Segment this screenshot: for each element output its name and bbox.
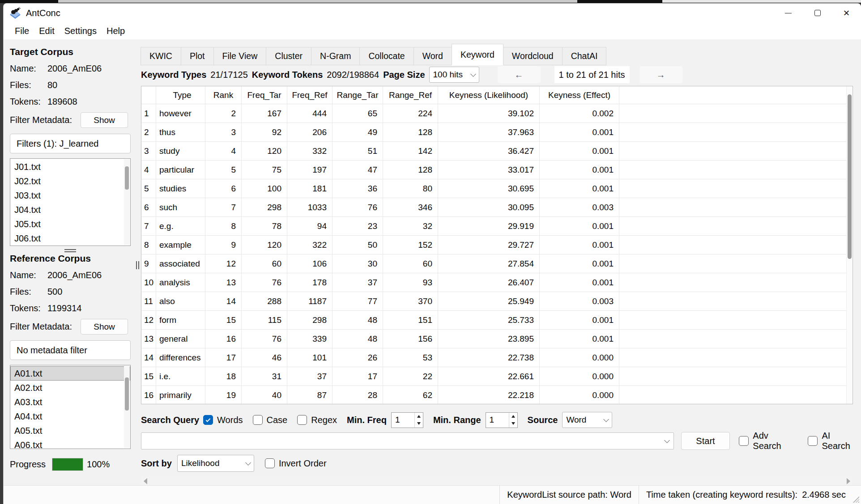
menu-item[interactable]: Help [102,24,130,38]
column-header[interactable]: Keyness (Likelihood) [438,86,540,104]
column-header[interactable]: Keyness (Effect) [540,86,619,104]
reference-show-metadata-button[interactable]: Show [81,319,128,335]
search-query-label: Search Query [141,415,199,425]
list-item[interactable]: A04.txt [10,409,130,424]
table-row[interactable]: 12 form 15 115 298 48 151 25.733 0.001 [141,311,852,330]
list-item[interactable]: A01.txt [10,366,130,381]
tab[interactable]: N-Gram [311,47,360,65]
previous-page-button[interactable]: ← [498,66,541,83]
target-filter-summary[interactable]: Filters (1): J_learned [10,134,131,153]
tab[interactable]: Wordcloud [503,47,563,65]
scroll-left-icon[interactable] [144,478,147,484]
spin-up-icon[interactable] [415,413,423,420]
min-range-label: Min. Range [433,415,481,425]
tab[interactable]: Collocate [359,47,413,65]
vertical-splitter-handle[interactable] [136,261,139,269]
spin-up-icon[interactable] [509,413,517,420]
maximize-button[interactable] [803,4,832,22]
tab[interactable]: Cluster [266,47,311,65]
tool-tabs: KWICPlotFile ViewClusterN-GramCollocateW… [141,44,861,65]
tab[interactable]: KWIC [141,47,181,65]
list-item[interactable]: J06.txt [10,231,130,246]
scroll-right-icon[interactable] [847,478,850,484]
target-show-metadata-button[interactable]: Show [81,112,128,128]
reference-files-value: 500 [47,287,62,297]
table-row[interactable]: 6 such 7 298 1033 76 346 30.095 0.003 [141,198,852,217]
resize-grip[interactable] [852,496,859,503]
table-row[interactable]: 11 also 14 288 1187 77 370 25.949 0.003 [141,292,852,311]
tab[interactable]: Plot [181,47,214,65]
table-row[interactable]: 4 particular 5 75 197 47 128 33.017 0.00… [141,161,852,179]
list-item[interactable]: J02.txt [10,174,130,188]
invert-order-label: Invert Order [279,458,327,469]
column-header[interactable]: Range_Ref [383,86,438,104]
table-row[interactable]: 1 however 2 167 444 65 224 39.102 0.002 [141,104,852,123]
target-name-value: 2006_AmE06 [47,64,102,74]
target-file-list-scrollbar[interactable] [124,159,130,245]
spin-down-icon[interactable] [415,420,423,428]
list-item[interactable]: A02.txt [10,381,130,395]
table-row[interactable]: 15 i.e. 18 31 37 17 22 22.661 0.000 [141,367,852,386]
reference-tokens-value: 1199314 [47,303,81,313]
tab[interactable]: ChatAI [562,47,607,65]
list-item[interactable]: A05.txt [10,424,130,438]
source-select[interactable]: Word [562,412,612,428]
list-item[interactable]: J01.txt [10,160,130,174]
sort-by-select[interactable]: Likelihood [177,455,254,472]
scrollbar-thumb[interactable] [848,94,852,259]
menu-item[interactable]: Settings [60,24,102,38]
case-checkbox[interactable] [253,415,263,425]
table-row[interactable]: 3 study 4 120 332 51 142 36.427 0.001 [141,142,852,161]
next-page-button[interactable]: → [639,66,682,83]
content-area: Target Corpus Name:2006_AmE06 Files:80 T… [4,39,861,485]
tab[interactable]: Word [413,47,452,65]
maximize-icon [814,10,821,16]
column-header[interactable]: Freq_Ref [287,86,332,104]
reference-file-list-scrollbar[interactable] [124,366,130,448]
close-button[interactable]: × [832,4,861,22]
table-row[interactable]: 13 general 16 76 339 48 156 23.895 0.001 [141,330,852,348]
table-row[interactable]: 14 differences 17 46 101 26 53 22.738 0.… [141,348,852,367]
table-vertical-scrollbar[interactable] [846,86,852,404]
menu-item[interactable]: File [10,24,34,38]
words-checkbox[interactable] [203,415,213,425]
table-row[interactable]: 5 studies 6 100 181 36 80 30.695 0.001 [141,179,852,198]
table-row[interactable]: 9 associated 12 60 106 30 60 27.854 0.00… [141,254,852,273]
column-header[interactable]: Range_Tar [332,86,383,104]
min-range-stepper[interactable]: 1 [486,412,518,428]
scrollbar-thumb[interactable] [125,377,129,411]
horizontal-splitter-handle[interactable] [64,249,76,252]
tab[interactable]: Keyword [452,44,503,65]
adv-search-checkbox[interactable] [739,436,749,446]
column-header[interactable]: Type [156,86,205,104]
column-header[interactable]: Rank [205,86,242,104]
page-size-select[interactable]: 100 hits [429,67,479,83]
column-header[interactable]: Freq_Tar [242,86,287,104]
table-row[interactable]: 10 analysis 13 76 178 37 93 26.407 0.001 [141,273,852,292]
case-checkbox-label: Case [267,415,288,425]
list-item[interactable]: A03.txt [10,395,130,409]
search-query-input[interactable] [141,432,674,449]
table-row[interactable]: 16 primarily 19 40 87 28 62 22.218 0.000 [141,386,852,404]
ai-search-checkbox[interactable] [808,436,818,446]
table-row[interactable]: 8 example 9 120 322 50 152 29.727 0.001 [141,236,852,254]
min-freq-stepper[interactable]: 1 [391,412,423,428]
scrollbar-thumb[interactable] [125,166,129,190]
table-row[interactable]: 7 e.g. 8 78 94 23 32 29.919 0.001 [141,217,852,236]
spin-down-icon[interactable] [509,420,517,428]
table-row[interactable]: 2 thus 3 92 206 49 128 37.963 0.001 [141,123,852,142]
tab[interactable]: File View [213,47,267,65]
reference-tokens-label: Tokens: [10,303,47,313]
pane-divider[interactable] [134,39,141,485]
list-item[interactable]: J04.txt [10,203,130,217]
reference-filter-summary[interactable]: No metadata filter [10,340,131,360]
invert-order-checkbox[interactable] [265,458,275,468]
minimize-button[interactable] [774,4,803,22]
menu-item[interactable]: Edit [34,24,59,38]
list-item[interactable]: J03.txt [10,188,130,203]
regex-checkbox[interactable] [297,415,307,425]
start-button[interactable]: Start [681,432,730,450]
list-item[interactable]: A06.txt [10,438,130,449]
list-item[interactable]: J05.txt [10,217,130,231]
sort-by-label: Sort by [141,458,172,469]
